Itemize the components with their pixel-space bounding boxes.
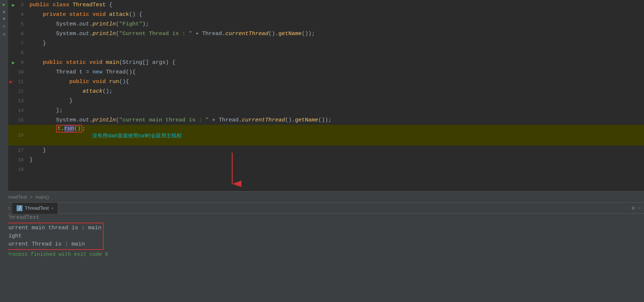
output-box: current main thread is : main Fight Curr… — [3, 223, 104, 250]
code-line-12: 12 attack(); — [0, 86, 644, 96]
line-content-5: System.out.println("Fight"); — [27, 21, 644, 27]
bottom-panel: ThreadTest > main() Run: J ThreadTest × … — [0, 191, 644, 302]
code-line-4: 4 private static void attack() { — [0, 10, 644, 19]
code-line-14: 14 }; — [0, 106, 644, 115]
line-content-13: } — [27, 98, 644, 104]
code-line-13: 13 } — [0, 96, 644, 106]
code-line-8: 8 — [0, 48, 644, 58]
code-line-15: 15 System.out.println("current main thre… — [0, 115, 644, 125]
code-line-3: ▶ 3 public class ThreadTest { — [0, 0, 644, 10]
code-line-18: 18 } — [0, 155, 644, 165]
run-gutter-icon-9[interactable]: ▶ — [12, 59, 15, 66]
line-content-14: }; — [27, 107, 644, 114]
panel-more-icon[interactable]: — — [638, 205, 641, 211]
code-line-5: 5 System.out.println("Fight"); — [0, 19, 644, 29]
line-content-17: } — [27, 147, 644, 154]
line-content-4: private static void attack() { — [27, 11, 644, 18]
console-output-line-1: current main thread is : main — [5, 224, 101, 232]
process-line: Process finished with exit code 0 — [3, 251, 644, 257]
code-line-9: ▶ 9 public static void main(String[] arg… — [0, 58, 644, 67]
annotation-text: 没有用start直接使用run时会延用主线程 — [92, 133, 182, 138]
console-classname: .ThreadTest — [3, 214, 644, 222]
main-container: ▶ 3 public class ThreadTest { 4 private … — [0, 0, 644, 302]
line-content-16: t.run(); 没有用start直接使用run时会延用主线程 — [27, 125, 644, 145]
line-content-15: System.out.println("current main thread … — [27, 117, 644, 123]
panel-breadcrumb-bar: ThreadTest > main() — [0, 192, 644, 203]
line-content-6: System.out.println("Current Thread is : … — [27, 31, 644, 37]
code-line-19: 19 — [0, 165, 644, 174]
console-output: .ThreadTest current main thread is : mai… — [0, 214, 644, 302]
settings-icon[interactable]: ⚙ — [632, 205, 635, 211]
console-output-line-2: Fight — [5, 232, 101, 240]
line-content-12: attack(); — [27, 88, 644, 95]
code-line-17: 17 } — [0, 145, 644, 155]
breadcrumb: ThreadTest > main() — [3, 194, 49, 200]
line-content-11: public void run(){ — [27, 79, 644, 85]
panel-left-controls: ▶ ▲ ▼ ≡ ⇅ — [0, 214, 8, 302]
line-content-18: } — [27, 157, 644, 163]
tab-file-icon: J — [17, 205, 22, 211]
line-content-3: public class ThreadTest { — [27, 2, 644, 8]
line-content-10: Thread t = new Thread(){ — [27, 69, 644, 75]
line-content-9: public static void main(String[] args) { — [27, 59, 644, 66]
console-output-line-3: Current Thread is : main — [5, 240, 101, 248]
tab-threadtest[interactable]: J ThreadTest × — [12, 203, 58, 214]
code-line-7: 7 } — [0, 38, 644, 48]
panel-tabs: Run: J ThreadTest × ⚙ — — [0, 203, 644, 214]
line-content-8 — [27, 50, 644, 56]
code-editor: ▶ 3 public class ThreadTest { 4 private … — [0, 0, 644, 191]
code-line-11: ◉↑ 11 public void run(){ — [0, 77, 644, 86]
panel-content-area: ▶ ▲ ▼ ≡ ⇅ .ThreadTest current main threa… — [0, 214, 644, 302]
eye-bookmark-icon: ◉↑ — [9, 79, 14, 85]
tab-close-btn[interactable]: × — [51, 206, 53, 210]
line-content-7: } — [27, 40, 644, 47]
run-gutter-icon-3[interactable]: ▶ — [12, 2, 15, 8]
code-line-10: 10 Thread t = new Thread(){ — [0, 67, 644, 77]
code-line-16: 16 t.run(); 没有用start直接使用run时会延用主线程 — [0, 125, 644, 145]
line-content-19 — [27, 167, 644, 173]
code-lines: ▶ 3 public class ThreadTest { 4 private … — [0, 0, 644, 174]
code-line-6: 6 System.out.println("Current Thread is … — [0, 29, 644, 38]
